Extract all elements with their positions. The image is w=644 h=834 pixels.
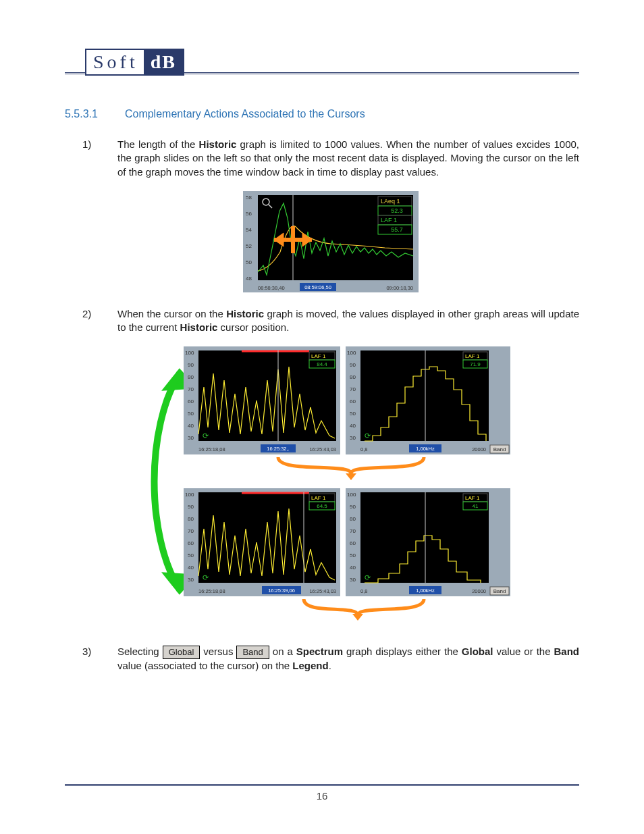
svg-text:20000: 20000: [472, 588, 486, 594]
item-number: 3): [82, 645, 99, 673]
svg-text:40: 40: [188, 423, 194, 429]
header-rule-left: [65, 72, 85, 74]
svg-text:0,8: 0,8: [360, 446, 367, 452]
svg-text:08:58:38,40: 08:58:38,40: [258, 285, 285, 291]
list-item: 2) When the cursor on the Historic graph…: [82, 307, 579, 335]
svg-text:0,8: 0,8: [360, 588, 367, 594]
svg-text:41: 41: [473, 503, 479, 509]
svg-text:50: 50: [350, 411, 356, 417]
svg-text:Band: Band: [493, 588, 506, 594]
svg-text:Band: Band: [493, 446, 506, 452]
svg-text:40: 40: [350, 423, 356, 429]
svg-text:40: 40: [188, 565, 194, 571]
svg-text:16:25:32,.: 16:25:32,.: [267, 446, 289, 452]
svg-text:56: 56: [246, 211, 252, 217]
header-rule-right: [184, 72, 579, 74]
svg-text:64.5: 64.5: [317, 503, 327, 509]
item-body: Selecting Global versus Band on a Spectr…: [117, 645, 579, 673]
svg-text:70: 70: [350, 386, 356, 392]
svg-text:48: 48: [246, 276, 252, 282]
page-number: 16: [65, 790, 579, 802]
svg-marker-116: [352, 614, 363, 621]
figure-historic-small: 58 56 54 52 50 48: [82, 191, 579, 292]
svg-text:40: 40: [350, 565, 356, 571]
svg-text:30: 30: [188, 577, 194, 583]
svg-text:58: 58: [246, 194, 252, 201]
svg-text:52.3: 52.3: [391, 207, 403, 214]
item-number: 1): [82, 138, 99, 179]
svg-text:100: 100: [347, 350, 356, 356]
svg-text:54: 54: [246, 227, 252, 233]
svg-text:30: 30: [350, 435, 356, 441]
svg-text:90: 90: [350, 504, 356, 510]
svg-text:60: 60: [188, 398, 194, 405]
content-list: 1) The length of the Historic graph is l…: [65, 138, 579, 673]
global-chip[interactable]: Global: [163, 646, 200, 659]
svg-text:71.9: 71.9: [470, 361, 481, 367]
svg-text:LAF 1: LAF 1: [311, 495, 326, 501]
svg-text:90: 90: [188, 504, 194, 510]
svg-text:50: 50: [188, 552, 194, 558]
brand-logo: Soft dB: [85, 49, 184, 76]
svg-text:1,00kHz: 1,00kHz: [416, 446, 435, 452]
svg-text:80: 80: [188, 516, 194, 522]
svg-text:100: 100: [185, 492, 194, 498]
svg-text:50: 50: [246, 259, 252, 265]
band-chip[interactable]: Band: [236, 646, 269, 659]
svg-text:09:00:18,30: 09:00:18,30: [386, 285, 413, 291]
svg-text:16:25:18,08: 16:25:18,08: [198, 446, 225, 452]
svg-text:⟳: ⟳: [203, 432, 209, 440]
svg-text:LAF 1: LAF 1: [311, 353, 326, 359]
svg-marker-72: [346, 473, 356, 480]
page-header: Soft dB: [65, 49, 579, 76]
svg-text:20000: 20000: [472, 446, 486, 452]
historic-small-chart: 58 56 54 52 50 48: [243, 191, 419, 292]
svg-text:16:25:43,03: 16:25:43,03: [309, 588, 336, 594]
svg-text:80: 80: [350, 374, 356, 380]
svg-text:16:25:43,03: 16:25:43,03: [309, 446, 336, 452]
linked-graphs-chart: 10090807060504030 LAF 1 84.4 ⟳: [149, 346, 513, 630]
brand-db: dB: [144, 50, 183, 74]
svg-text:50: 50: [188, 411, 194, 417]
svg-text:100: 100: [347, 492, 356, 498]
item-body: The length of the Historic graph is limi…: [117, 138, 579, 179]
svg-text:52: 52: [246, 243, 252, 249]
svg-text:90: 90: [188, 362, 194, 368]
section-heading: 5.5.3.1 Complementary Actions Associated…: [65, 108, 579, 120]
svg-text:90: 90: [350, 362, 356, 368]
svg-text:80: 80: [350, 516, 356, 522]
item-body: When the cursor on the Historic graph is…: [117, 307, 579, 335]
figure-linked-graphs: 10090807060504030 LAF 1 84.4 ⟳: [82, 346, 579, 630]
list-item: 3) Selecting Global versus Band on a Spe…: [82, 645, 579, 673]
svg-text:30: 30: [188, 435, 194, 441]
list-item: 1) The length of the Historic graph is l…: [82, 138, 579, 179]
brand-soft: Soft: [86, 51, 144, 73]
svg-text:60: 60: [350, 398, 356, 405]
svg-text:55.7: 55.7: [391, 226, 403, 233]
svg-text:LAF 1: LAF 1: [465, 495, 480, 501]
svg-text:70: 70: [350, 528, 356, 534]
svg-text:⟳: ⟳: [203, 573, 209, 581]
svg-text:1,00kHz: 1,00kHz: [416, 588, 435, 594]
page-footer: 16: [65, 784, 579, 802]
section-number: 5.5.3.1: [65, 108, 98, 120]
svg-text:100: 100: [185, 350, 194, 356]
svg-text:⟳: ⟳: [365, 573, 371, 581]
svg-text:84.4: 84.4: [317, 361, 327, 367]
svg-text:80: 80: [188, 374, 194, 380]
svg-text:30: 30: [350, 577, 356, 583]
svg-text:LAeq 1: LAeq 1: [381, 198, 400, 205]
footer-rule: [65, 784, 579, 786]
page: Soft dB 5.5.3.1 Complementary Actions As…: [0, 0, 644, 834]
section-title: Complementary Actions Associated to the …: [125, 108, 365, 120]
svg-text:LAF 1: LAF 1: [381, 217, 397, 224]
svg-text:LAF 1: LAF 1: [465, 353, 480, 359]
svg-text:60: 60: [350, 540, 356, 546]
svg-text:60: 60: [188, 540, 194, 546]
svg-text:50: 50: [350, 552, 356, 558]
svg-text:70: 70: [188, 528, 194, 534]
svg-text:16:25:39,06: 16:25:39,06: [268, 588, 295, 594]
svg-text:⟳: ⟳: [365, 432, 371, 440]
svg-text:08:59:06,50: 08:59:06,50: [304, 284, 331, 290]
svg-text:16:25:18,08: 16:25:18,08: [198, 588, 225, 594]
